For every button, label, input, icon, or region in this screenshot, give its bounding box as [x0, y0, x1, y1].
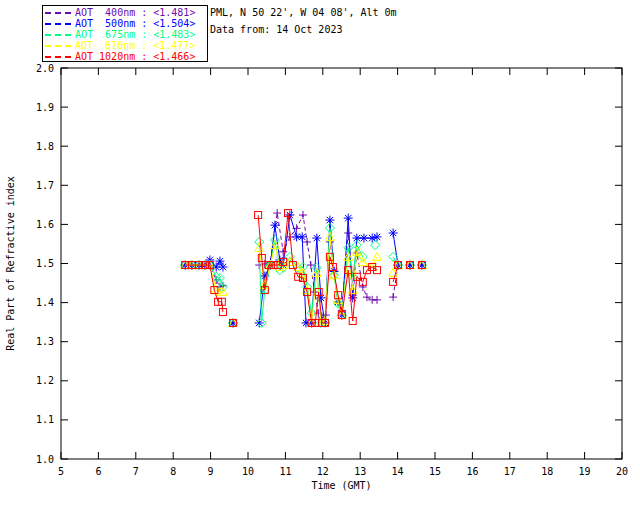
y-tick-label: 1.1 [36, 414, 54, 425]
y-tick-label: 1.7 [36, 180, 54, 191]
x-tick-label: 14 [392, 466, 404, 477]
refractive-index-chart: 567891011121314151617181920Time (GMT)1.0… [0, 0, 640, 512]
x-axis: 567891011121314151617181920Time (GMT) [58, 68, 628, 491]
x-tick-label: 6 [95, 466, 101, 477]
x-tick-label: 15 [429, 466, 441, 477]
x-tick-label: 9 [208, 466, 214, 477]
y-axis-title: Real Part of Refractive index [5, 176, 16, 351]
y-axis: 1.01.11.21.31.41.51.61.71.81.92.0Real Pa… [5, 63, 622, 465]
y-tick-label: 1.9 [36, 102, 54, 113]
x-tick-label: 19 [579, 466, 591, 477]
y-tick-label: 1.5 [36, 258, 54, 269]
x-tick-label: 18 [541, 466, 553, 477]
y-tick-label: 1.0 [36, 454, 54, 465]
y-tick-label: 1.3 [36, 336, 54, 347]
x-tick-label: 13 [354, 466, 366, 477]
x-tick-label: 12 [317, 466, 329, 477]
y-tick-label: 1.4 [36, 297, 54, 308]
aeronet-refractive-index-plot: AOT 400nm : <1.481>AOT 500nm : <1.504>AO… [0, 0, 640, 512]
x-tick-label: 5 [58, 466, 64, 477]
y-tick-label: 2.0 [36, 63, 54, 74]
plot-frame [61, 68, 622, 459]
x-tick-label: 17 [504, 466, 516, 477]
x-tick-label: 16 [466, 466, 478, 477]
x-tick-label: 8 [170, 466, 176, 477]
y-tick-label: 1.2 [36, 375, 54, 386]
x-tick-label: 10 [242, 466, 254, 477]
y-tick-label: 1.8 [36, 141, 54, 152]
x-tick-label: 7 [133, 466, 139, 477]
y-tick-label: 1.6 [36, 219, 54, 230]
x-tick-label: 11 [279, 466, 291, 477]
x-axis-title: Time (GMT) [311, 480, 371, 491]
x-tick-label: 20 [616, 466, 628, 477]
